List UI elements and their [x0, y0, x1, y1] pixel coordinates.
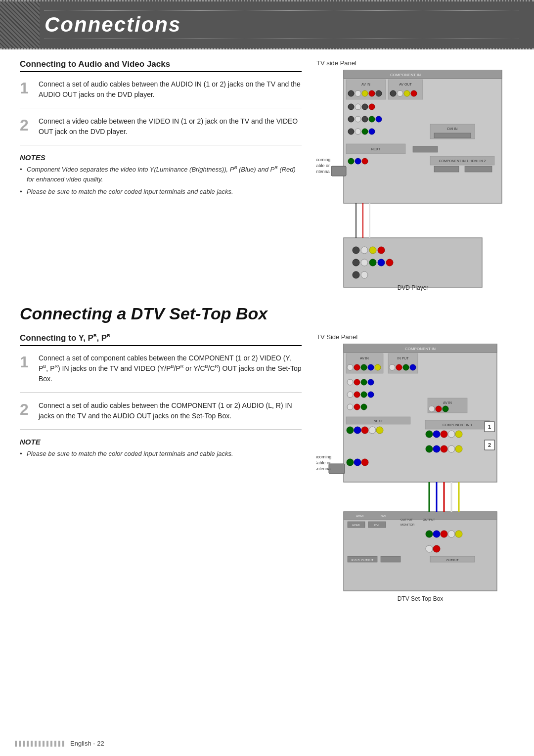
section2-layout: Connecting to Y, PB, PR 1 Connect a set … [20, 333, 514, 616]
svg-text:DVD Player: DVD Player [398, 284, 429, 291]
svg-text:DTV Set-Top Box: DTV Set-Top Box [398, 595, 444, 602]
svg-point-122 [361, 459, 368, 466]
svg-point-37 [362, 158, 368, 164]
svg-point-83 [361, 379, 367, 385]
svg-point-27 [362, 129, 368, 134]
svg-text:IN PUT: IN PUT [398, 356, 409, 360]
svg-point-145 [441, 531, 447, 537]
svg-point-88 [368, 392, 374, 398]
section2-diagram: COMPONENT IN AV IN IN PUT [316, 344, 509, 616]
svg-text:COMPONENT IN: COMPONENT IN [405, 347, 436, 351]
page-header: Connections [0, 0, 534, 49]
svg-point-18 [362, 104, 368, 110]
svg-rect-40 [434, 166, 459, 172]
svg-text:COMPONENT IN 1   HDMI IN 2: COMPONENT IN 1 HDMI IN 2 [439, 159, 486, 163]
svg-text:COMPONENT IN 1: COMPONENT IN 1 [443, 423, 472, 427]
svg-point-84 [368, 379, 374, 385]
svg-point-85 [347, 392, 353, 398]
svg-point-80 [410, 364, 416, 370]
svg-point-89 [347, 404, 353, 410]
svg-text:Antenna: Antenna [316, 466, 331, 471]
svg-point-94 [429, 406, 435, 412]
svg-point-28 [369, 129, 375, 134]
section2-step2-num: 2 [20, 401, 34, 421]
svg-point-113 [426, 445, 433, 452]
svg-rect-31 [434, 133, 471, 138]
svg-point-99 [347, 427, 354, 434]
svg-point-56 [369, 259, 376, 266]
svg-point-51 [361, 247, 368, 254]
svg-text:HDMI: HDMI [356, 515, 364, 518]
svg-text:AV OUT: AV OUT [399, 83, 412, 86]
svg-text:2: 2 [488, 442, 491, 448]
section2-notes: NOTE Please be sure to match the color c… [20, 438, 302, 459]
main-content: Connecting to Audio and Video Jacks 1 Co… [0, 49, 534, 625]
svg-text:AV IN: AV IN [360, 356, 369, 360]
section1-layout: Connecting to Audio and Video Jacks 1 Co… [20, 59, 514, 292]
svg-point-114 [433, 445, 440, 452]
header-texture [0, 1, 40, 48]
svg-point-115 [441, 445, 447, 452]
svg-point-35 [348, 158, 354, 164]
svg-text:OUTPUT: OUTPUT [423, 518, 435, 521]
svg-text:OUTPUT: OUTPUT [400, 518, 413, 521]
svg-point-79 [403, 364, 409, 370]
svg-point-117 [455, 445, 462, 452]
svg-point-73 [368, 364, 374, 370]
svg-text:Incoming: Incoming [316, 454, 331, 459]
step2-num: 2 [20, 117, 34, 137]
svg-point-107 [433, 431, 440, 438]
svg-rect-133 [344, 512, 497, 520]
section2-right: TV Side Panel COMPONENT IN AV IN IN PUT [316, 333, 514, 616]
step1-text: Connect a set of audio cables between th… [39, 79, 302, 100]
svg-point-25 [348, 129, 354, 134]
svg-text:COMPONENT IN: COMPONENT IN [390, 73, 421, 77]
svg-point-147 [455, 531, 462, 537]
svg-point-116 [448, 445, 455, 452]
svg-point-106 [426, 431, 433, 438]
svg-point-149 [433, 545, 440, 552]
svg-point-21 [355, 116, 361, 122]
svg-point-102 [369, 427, 376, 434]
footer-text: English - 22 [70, 740, 104, 747]
svg-point-110 [455, 431, 462, 438]
section1-right: TV side Panel COMPONENT IN AV IN [316, 59, 514, 292]
svg-point-90 [354, 404, 360, 410]
svg-rect-1 [344, 70, 502, 79]
svg-rect-41 [465, 166, 492, 172]
section2-step2-text: Connect a set of audio cables between th… [39, 400, 302, 421]
svg-point-8 [369, 90, 375, 96]
svg-point-120 [347, 459, 354, 466]
section1-notes-title: NOTES [20, 153, 302, 162]
svg-point-143 [426, 531, 433, 537]
svg-text:NEXT: NEXT [371, 147, 381, 151]
note-item-2: Please be sure to match the color coded … [20, 187, 302, 197]
section1-diagram: COMPONENT IN AV IN AV OUT [316, 70, 509, 292]
section1-title: Connecting to Audio and Video Jacks [20, 59, 302, 72]
svg-rect-152 [381, 556, 400, 562]
section2-step1-text: Connect a set of component cables betwee… [39, 353, 302, 384]
svg-text:NEXT: NEXT [374, 419, 383, 423]
svg-point-148 [426, 545, 433, 552]
page-footer: English - 22 [0, 740, 534, 747]
svg-text:Cable or: Cable or [316, 163, 330, 168]
svg-point-52 [369, 247, 376, 254]
svg-rect-128 [329, 464, 345, 474]
svg-point-9 [376, 90, 382, 96]
svg-point-72 [361, 364, 367, 370]
svg-rect-42 [331, 166, 346, 176]
svg-point-146 [448, 531, 455, 537]
section1-notes: NOTES Component Video separates the vide… [20, 153, 302, 197]
svg-point-24 [376, 116, 382, 122]
svg-point-17 [355, 104, 361, 110]
svg-point-19 [369, 104, 375, 110]
svg-point-109 [448, 431, 455, 438]
step2-text: Connect a video cable between the VIDEO … [39, 116, 302, 137]
svg-point-59 [353, 271, 359, 278]
svg-point-86 [354, 392, 360, 398]
svg-point-100 [354, 427, 361, 434]
svg-point-23 [369, 116, 375, 122]
step1-num: 1 [20, 80, 34, 100]
svg-point-78 [396, 364, 402, 370]
svg-point-96 [443, 406, 448, 412]
